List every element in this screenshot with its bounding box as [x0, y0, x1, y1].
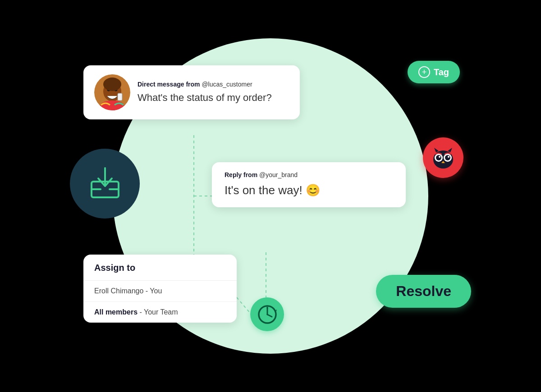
clock-svg [257, 304, 278, 325]
dm-handle: @lucas_customer [202, 81, 252, 88]
reply-header-bold: Reply from [225, 171, 257, 178]
svg-point-7 [439, 156, 440, 158]
svg-marker-13 [448, 148, 452, 152]
hootsuite-owl-icon [423, 137, 463, 178]
dm-content: Direct message from @lucas_customer What… [138, 81, 272, 105]
svg-point-23 [103, 77, 121, 91]
svg-rect-24 [118, 93, 122, 100]
reply-handle: @your_brand [259, 171, 298, 178]
svg-point-28 [266, 307, 268, 309]
assign-item-all[interactable]: All members - Your Team [83, 302, 237, 323]
assign-card: Assign to Eroll Chimango - You All membe… [83, 255, 237, 323]
svg-line-27 [267, 315, 272, 317]
plus-icon: + [418, 66, 430, 78]
clock-icon-circle [250, 297, 284, 331]
svg-point-9 [445, 155, 450, 160]
svg-point-10 [448, 156, 449, 158]
svg-point-6 [436, 155, 441, 160]
inbox-icon-svg [87, 166, 123, 202]
reply-header: Reply from @your_brand [225, 171, 393, 178]
owl-svg [430, 144, 457, 171]
svg-marker-12 [434, 148, 439, 152]
resolve-label: Resolve [396, 283, 451, 299]
tag-label: Tag [434, 67, 449, 77]
assign-title: Assign to [83, 255, 237, 281]
inbox-circle [70, 149, 140, 219]
reply-card: Reply from @your_brand It's on the way! … [212, 162, 406, 207]
dm-message: What's the status of my order? [138, 91, 272, 105]
avatar [94, 74, 130, 110]
person-avatar-svg [94, 74, 130, 110]
reply-message: It's on the way! 😊 [225, 183, 393, 198]
dm-card: Direct message from @lucas_customer What… [83, 65, 300, 119]
tag-button[interactable]: + Tag [408, 61, 460, 83]
assign-item-all-bold: All members [94, 308, 138, 316]
assign-item-you[interactable]: Eroll Chimango - You [83, 281, 237, 302]
dm-header: Direct message from @lucas_customer [138, 81, 272, 88]
assign-item-you-label: Eroll Chimango - You [94, 287, 162, 295]
resolve-button[interactable]: Resolve [376, 275, 471, 308]
assign-item-all-rest: - Your Team [138, 308, 178, 316]
dm-header-bold: Direct message from [138, 81, 200, 88]
